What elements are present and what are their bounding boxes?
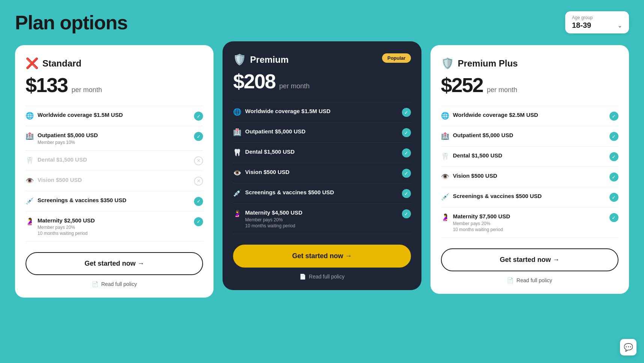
cross-icon: ✕ bbox=[194, 156, 203, 165]
feature-icon: 🤰 bbox=[26, 217, 34, 225]
policy-icon: 📄 bbox=[92, 281, 98, 287]
age-group-selector[interactable]: Age group 18-39 ⌄ bbox=[565, 11, 629, 33]
read-policy-premium[interactable]: 📄 Read full policy bbox=[233, 274, 411, 280]
read-policy-premium-plus[interactable]: 📄 Read full policy bbox=[441, 277, 618, 283]
feature-name: Screenings & vaccines $500 USD bbox=[453, 192, 606, 200]
plan-price-period: per month bbox=[279, 82, 310, 90]
feature-item-3: 👁️ Vision $500 USD ✓ bbox=[441, 167, 618, 187]
feature-icon: 🤰 bbox=[441, 213, 449, 221]
check-icon: ✓ bbox=[402, 148, 411, 157]
feature-text: Worldwide coverage $2.5M USD bbox=[453, 111, 606, 119]
plan-icon: ❌ bbox=[26, 57, 39, 70]
feature-left: 🏥 Outpatient $5,000 USD bbox=[233, 128, 398, 136]
feature-name: Dental $1,500 USD bbox=[245, 148, 398, 156]
feature-item-5: 🤰 Maternity $7,500 USD Member pays 20%10… bbox=[441, 207, 618, 238]
feature-status: ✓ bbox=[402, 148, 411, 157]
feature-icon: 🏥 bbox=[441, 132, 449, 140]
cta-button-premium-plus[interactable]: Get started now → bbox=[441, 248, 618, 271]
check-icon: ✓ bbox=[194, 112, 203, 121]
feature-left: 🦷 Dental $1,500 USD bbox=[233, 148, 398, 157]
age-group-value-row: 18-39 ⌄ bbox=[572, 21, 622, 30]
plan-icon: 🛡️ bbox=[233, 53, 246, 66]
support-bubble[interactable]: 💬 bbox=[620, 339, 636, 355]
cta-button-standard[interactable]: Get started now → bbox=[26, 252, 203, 275]
feature-left: 🤰 Maternity $4,500 USD Member pays 20%10… bbox=[233, 209, 398, 228]
feature-item-1: 🏥 Outpatient $5,000 USD ✓ bbox=[233, 123, 411, 143]
plan-price-period: per month bbox=[487, 86, 517, 94]
feature-name: Screenings & vaccines $350 USD bbox=[38, 197, 190, 204]
feature-status: ✓ bbox=[609, 112, 618, 121]
feature-icon: 👁️ bbox=[233, 169, 241, 177]
feature-left: 💉 Screenings & vaccines $500 USD bbox=[441, 192, 606, 201]
feature-name: Dental $1,500 USD bbox=[453, 152, 606, 159]
feature-item-0: 🌐 Worldwide coverage $1.5M USD ✓ bbox=[26, 106, 203, 126]
check-icon: ✓ bbox=[402, 209, 411, 218]
feature-name: Vision $500 USD bbox=[245, 168, 398, 176]
cta-button-premium[interactable]: Get started now → bbox=[233, 245, 411, 268]
feature-name: Vision $500 USD bbox=[38, 176, 190, 184]
feature-icon: 🌐 bbox=[233, 108, 241, 116]
feature-sub: Member pays 20% bbox=[245, 217, 398, 222]
feature-status: ✓ bbox=[609, 193, 618, 202]
feature-item-4: 💉 Screenings & vaccines $350 USD ✓ bbox=[26, 191, 203, 212]
plan-header: ❌ Standard bbox=[26, 57, 203, 70]
feature-left: 🌐 Worldwide coverage $1.5M USD bbox=[233, 107, 398, 116]
feature-icon: 🌐 bbox=[441, 112, 449, 120]
feature-text: Screenings & vaccines $350 USD bbox=[38, 197, 190, 204]
feature-name: Outpatient $5,000 USD bbox=[245, 128, 398, 135]
feature-icon: 👁️ bbox=[441, 172, 449, 181]
feature-item-3: 👁️ Vision $500 USD ✕ bbox=[26, 171, 203, 191]
feature-status: ✓ bbox=[609, 152, 618, 161]
feature-icon: 🦷 bbox=[441, 152, 449, 160]
feature-item-0: 🌐 Worldwide coverage $1.5M USD ✓ bbox=[233, 102, 411, 123]
feature-icon: 🏥 bbox=[26, 132, 34, 140]
check-icon: ✓ bbox=[402, 169, 411, 178]
features-list: 🌐 Worldwide coverage $1.5M USD ✓ 🏥 Outpa… bbox=[26, 106, 203, 242]
feature-icon: 🤰 bbox=[233, 209, 241, 218]
check-icon: ✓ bbox=[402, 108, 411, 117]
plan-header: 🛡️ Premium Plus bbox=[441, 57, 618, 70]
check-icon: ✓ bbox=[609, 152, 618, 161]
feature-item-2: 🦷 Dental $1,500 USD ✓ bbox=[441, 147, 618, 167]
feature-text: Maternity $2,500 USD Member pays 20%10 m… bbox=[38, 217, 190, 236]
page-title: Plan options bbox=[15, 11, 128, 34]
feature-name: Outpatient $5,000 USD bbox=[453, 132, 606, 139]
feature-status: ✓ bbox=[609, 172, 618, 182]
feature-left: 🤰 Maternity $7,500 USD Member pays 20%10… bbox=[441, 213, 606, 232]
feature-status: ✓ bbox=[402, 169, 411, 178]
feature-left: 🌐 Worldwide coverage $1.5M USD bbox=[26, 111, 190, 120]
feature-left: 🏥 Outpatient $5,000 USD Member pays 10% bbox=[26, 132, 190, 145]
plan-name: Premium bbox=[250, 54, 289, 65]
feature-text: Dental $1,500 USD bbox=[38, 156, 190, 163]
feature-icon: 🏥 bbox=[233, 128, 241, 136]
check-icon: ✓ bbox=[609, 193, 618, 202]
feature-status: ✓ bbox=[194, 112, 203, 121]
feature-sub: Member pays 20% bbox=[453, 221, 606, 226]
feature-status: ✓ bbox=[609, 213, 618, 222]
plan-price: $208 per month bbox=[233, 70, 411, 93]
feature-left: 🏥 Outpatient $5,000 USD bbox=[441, 132, 606, 140]
feature-left: 👁️ Vision $500 USD bbox=[26, 176, 190, 185]
feature-icon: 🦷 bbox=[233, 148, 241, 157]
feature-status: ✓ bbox=[402, 209, 411, 218]
feature-name: Maternity $4,500 USD bbox=[245, 209, 398, 216]
feature-status: ✓ bbox=[402, 108, 411, 117]
feature-item-3: 👁️ Vision $500 USD ✓ bbox=[233, 163, 411, 183]
plan-name: Premium Plus bbox=[458, 58, 518, 69]
check-icon: ✓ bbox=[402, 189, 411, 198]
feature-left: 👁️ Vision $500 USD bbox=[233, 168, 398, 177]
check-icon: ✓ bbox=[609, 112, 618, 121]
check-icon: ✓ bbox=[194, 197, 203, 206]
plan-price-amount: $133 bbox=[26, 74, 68, 96]
feature-item-2: 🦷 Dental $1,500 USD ✕ bbox=[26, 151, 203, 171]
feature-item-1: 🏥 Outpatient $5,000 USD Member pays 10% … bbox=[26, 126, 203, 151]
plan-price: $252 per month bbox=[441, 73, 618, 97]
feature-name: Worldwide coverage $2.5M USD bbox=[453, 111, 606, 119]
feature-item-1: 🏥 Outpatient $5,000 USD ✓ bbox=[441, 126, 618, 147]
feature-text: Vision $500 USD bbox=[38, 176, 190, 184]
age-group-label: Age group bbox=[572, 15, 593, 20]
read-policy-standard[interactable]: 📄 Read full policy bbox=[26, 281, 203, 287]
cross-icon: ✕ bbox=[194, 177, 203, 186]
feature-left: 👁️ Vision $500 USD bbox=[441, 172, 606, 181]
feature-icon: 👁️ bbox=[26, 177, 34, 185]
